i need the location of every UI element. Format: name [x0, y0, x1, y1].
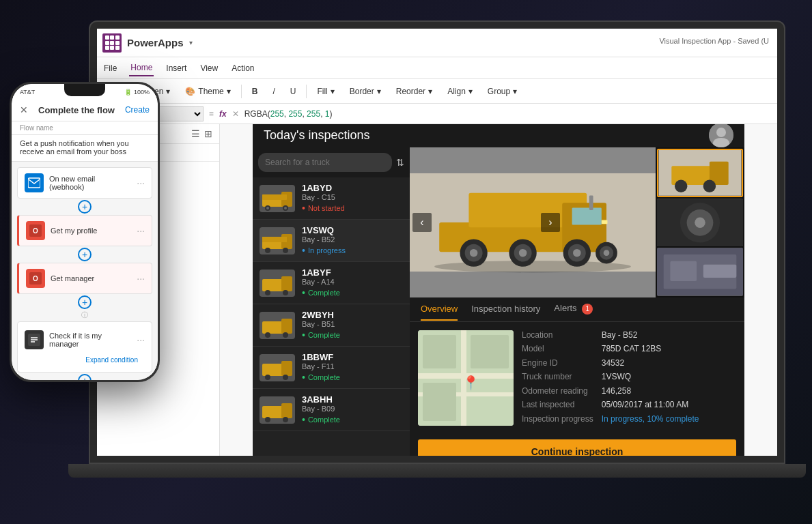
truck-thumb-4 — [260, 354, 295, 381]
ribbon-file[interactable]: File — [102, 61, 118, 76]
sort-icon[interactable]: ⇅ — [396, 157, 404, 168]
ribbon-insert[interactable]: Insert — [165, 61, 188, 76]
truck-item-3[interactable]: 2WBYH Bay - B51 Complete — [253, 304, 410, 347]
truck-item-2[interactable]: 1ABYF Bay - A14 Complete — [253, 262, 410, 304]
step-3-dots[interactable]: ··· — [137, 334, 145, 345]
powerapps-logo — [102, 33, 122, 53]
reorder-label: Reorder — [396, 87, 425, 96]
bold-button[interactable]: B — [247, 85, 263, 98]
via-body: ⇅ — [253, 147, 744, 456]
phone-close-button[interactable]: ✕ — [20, 104, 28, 115]
step-0-dots[interactable]: ··· — [137, 177, 145, 188]
svg-point-30 — [283, 417, 288, 422]
prev-button[interactable]: ‹ — [412, 213, 432, 232]
alerts-badge: 1 — [582, 304, 593, 315]
truck-thumb-0 — [260, 185, 295, 212]
continue-inspection-button[interactable]: Continue inspection — [418, 439, 736, 456]
office-icon: O — [29, 224, 42, 237]
truck-bay-2: Bay - A14 — [302, 278, 403, 286]
truck-thumb-2 — [260, 270, 295, 297]
grid-view-icon[interactable]: ⊞ — [204, 128, 212, 139]
connector-1: + — [17, 248, 152, 261]
thumb-1[interactable] — [657, 199, 743, 247]
group-button[interactable]: Group ▾ — [483, 85, 522, 98]
reorder-button[interactable]: Reorder ▾ — [391, 85, 437, 98]
tab-alerts[interactable]: Alerts 1 — [554, 297, 593, 321]
truck-num-label: Truck number — [522, 372, 593, 383]
flow-condition-check[interactable]: Check if it is my manager ··· Expand con… — [17, 321, 152, 373]
add-step-2[interactable]: + — [78, 295, 92, 309]
truck-item-0[interactable]: 1ABYD Bay - C15 Not started — [253, 177, 410, 220]
last-inspected-label: Last inspected — [522, 400, 593, 411]
location-map: 📍 — [418, 330, 514, 426]
via-tabs: Overview Inspection history Alerts 1 — [410, 297, 744, 322]
via-main-image: ‹ › — [410, 147, 744, 297]
italic-button[interactable]: / — [268, 85, 279, 98]
ribbon-action[interactable]: Action — [230, 61, 255, 76]
truck-item-1[interactable]: 1VSWQ Bay - B52 In progress — [253, 220, 410, 262]
truck-id-0: 1ABYD — [302, 183, 403, 193]
ribbon-home[interactable]: Home — [129, 60, 154, 76]
map-pin: 📍 — [462, 375, 479, 391]
next-button[interactable]: › — [541, 213, 560, 232]
border-button[interactable]: Border ▾ — [345, 85, 386, 98]
tab-overview[interactable]: Overview — [421, 298, 458, 321]
truck-icon-1 — [261, 229, 294, 253]
ribbon-view[interactable]: View — [199, 61, 219, 76]
thumb-0[interactable] — [657, 149, 743, 197]
toolbar-separator-1 — [241, 85, 242, 98]
truck-num-value: 1VSWQ — [602, 372, 736, 383]
svg-text:O: O — [33, 227, 38, 235]
truck-icon-0 — [261, 186, 294, 211]
phone-create-button[interactable]: Create — [125, 105, 150, 115]
align-button[interactable]: Align ▾ — [443, 85, 477, 98]
powerapps-header: PowerApps ▾ Visual Inspection App - Save… — [97, 29, 777, 57]
flow-step-webhook[interactable]: On new email (webhook) ··· — [17, 167, 152, 199]
truck-icon-2 — [261, 271, 294, 295]
group-chevron: ▾ — [513, 87, 517, 96]
flow-step-profile[interactable]: O Get my profile ··· — [17, 215, 152, 246]
add-step-0[interactable]: + — [78, 200, 92, 214]
svg-point-13 — [283, 248, 288, 253]
add-step-3[interactable]: + — [78, 374, 92, 380]
truck-thumb-3 — [260, 312, 295, 339]
expand-condition-button[interactable]: Expand condition — [25, 353, 145, 366]
svg-point-1 — [716, 128, 726, 137]
truck-item-5[interactable]: 3ABHH Bay - B09 Complete — [253, 389, 410, 431]
svg-point-8 — [284, 207, 287, 209]
toolbar: ⬜ New screen ▾ 🎨 Theme ▾ B / U Fill ▾ — [97, 79, 777, 104]
formula-255-1: 255 — [270, 109, 284, 119]
theme-button[interactable]: 🎨 Theme ▾ — [180, 85, 235, 98]
thumb-wheel-svg — [657, 199, 743, 247]
truck-item-4[interactable]: 1BBWF Bay - F11 Complete — [253, 347, 410, 389]
add-step-1[interactable]: + — [78, 248, 92, 261]
underline-button[interactable]: U — [285, 85, 301, 98]
map-block-1 — [423, 335, 456, 368]
step-1-dots[interactable]: ··· — [137, 225, 145, 236]
screens-view-icons: ☰ ⊞ — [191, 128, 212, 139]
phone-notch — [64, 84, 105, 96]
connector-0: + — [17, 200, 152, 214]
laptop-body: PowerApps ▾ Visual Inspection App - Save… — [89, 20, 785, 464]
progress-value: In progress, 10% complete — [602, 414, 736, 426]
truck-search-input[interactable] — [258, 153, 392, 172]
truck-list: ⇅ — [253, 147, 410, 456]
fill-button[interactable]: Fill ▾ — [312, 85, 339, 98]
map-block-3 — [423, 383, 456, 421]
list-view-icon[interactable]: ☰ — [191, 128, 200, 139]
office-icon-2: O — [29, 272, 42, 285]
truck-bay-1: Bay - B52 — [302, 235, 403, 244]
main-truck-svg — [410, 147, 656, 297]
truck-info-3: 2WBYH Bay - B51 Complete — [302, 310, 403, 340]
truck-icon-4 — [261, 355, 294, 380]
svg-point-12 — [265, 248, 270, 253]
step-2-dots[interactable]: ··· — [137, 273, 145, 284]
phone: AT&T 09:42 🔋 100% ✕ Complete the flow Cr… — [10, 82, 160, 382]
align-label: Align — [447, 87, 466, 96]
tab-inspection-history[interactable]: Inspection history — [471, 298, 540, 321]
engine-label: Engine ID — [522, 358, 593, 370]
flow-step-manager[interactable]: O Get manager ··· — [17, 263, 152, 294]
flow-icon-profile: O — [26, 221, 45, 240]
svg-point-25 — [265, 375, 270, 380]
thumb-2[interactable] — [657, 248, 743, 296]
